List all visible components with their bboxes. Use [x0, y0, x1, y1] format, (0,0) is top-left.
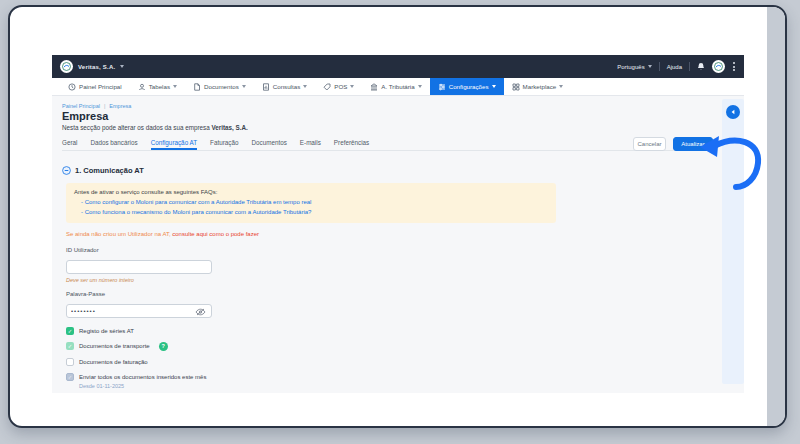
chevron-down-icon [492, 85, 496, 88]
id-utilizador-helper: Deve ser um número inteiro [66, 277, 702, 283]
checkbox-label: Documentos de transporte [79, 343, 150, 349]
tab-dados-bancarios[interactable]: Dados bancários [90, 139, 137, 150]
breadcrumb: Painel Principal | Empresa [62, 103, 131, 109]
arrow-left-icon [730, 109, 736, 115]
divider [659, 62, 660, 71]
checkbox-row-enviar-inseridos: ✓ Enviar todos os documentos inseridos e… [66, 373, 702, 381]
chevron-down-icon [418, 85, 422, 88]
marketplace-grid-icon [512, 83, 520, 91]
checkbox-row-doc-faturacao: Documentos de faturação [66, 358, 702, 366]
page-content: Painel Principal | Empresa Empresa Nesta… [52, 96, 744, 393]
warning-text: Se ainda não criou um Utilizador na AT, [66, 231, 172, 237]
subtitle-company-name: Veritas, S.A. [211, 124, 247, 131]
user-avatar[interactable] [712, 60, 725, 73]
authority-building-icon [370, 83, 378, 91]
cancel-button[interactable]: Cancelar [633, 137, 666, 151]
company-name: Veritas, S.A. [78, 64, 115, 70]
checkbox-row-doc-transporte: ✓ Documentos de transporte ? [66, 342, 702, 351]
tab-faturacao[interactable]: Faturação [210, 139, 238, 150]
chevron-down-icon [120, 65, 124, 68]
doc-transporte-checkbox[interactable]: ✓ [66, 342, 74, 350]
checkbox-label: Documentos de faturação [79, 359, 148, 365]
menu-item-consultas[interactable]: Consultas [254, 78, 316, 95]
page-title: Empresa [62, 110, 108, 122]
people-icon [138, 83, 146, 91]
chevron-down-icon [242, 85, 246, 88]
help-question-badge[interactable]: ? [159, 342, 168, 351]
id-utilizador-input[interactable] [66, 260, 212, 274]
menu-item-configuracoes[interactable]: Configurações [430, 78, 504, 95]
chevron-down-icon [559, 85, 563, 88]
clock-icon [68, 83, 76, 91]
kebab-menu-icon[interactable] [732, 61, 736, 72]
breadcrumb-empresa[interactable]: Empresa [109, 103, 131, 109]
toggle-password-visibility-icon[interactable] [195, 302, 206, 320]
notifications-bell-icon[interactable] [697, 62, 705, 71]
language-label: Português [617, 64, 644, 70]
tab-preferencias[interactable]: Preferências [334, 139, 369, 150]
browser-scrollbar[interactable] [767, 7, 785, 426]
main-menu: Painel Principal Tabelas Documentos Cons… [52, 78, 744, 96]
faq-link-mecanismo-moloni[interactable]: - Como funciona o mecanismo do Moloni pa… [74, 208, 548, 218]
faq-info-box: Antes de ativar o serviço consulte as se… [66, 183, 556, 223]
tab-geral[interactable]: Geral [62, 139, 77, 150]
palavra-passe-input[interactable] [66, 304, 212, 318]
enviar-inseridos-date: Desde 01-11-2025 [79, 383, 702, 389]
chevron-down-icon [303, 85, 307, 88]
language-selector[interactable]: Português [617, 64, 651, 70]
section-header[interactable]: 1. Comunicação AT [62, 166, 702, 175]
side-rail [722, 99, 744, 384]
company-logo [60, 60, 73, 73]
breadcrumb-separator: | [104, 103, 105, 109]
faq-intro: Antes de ativar o serviço consulte as se… [74, 189, 217, 195]
menu-item-documentos[interactable]: Documentos [185, 78, 254, 95]
collapse-minus-icon[interactable] [62, 166, 71, 175]
menu-item-a-tributaria[interactable]: A. Tributária [362, 78, 429, 95]
id-utilizador-label: ID Utilizador [66, 247, 702, 253]
page-subtitle: Nesta secção pode alterar os dados da su… [62, 124, 248, 131]
breadcrumb-painel-principal[interactable]: Painel Principal [62, 103, 100, 109]
update-button[interactable]: Atualizar [673, 137, 713, 151]
company-switcher[interactable]: Veritas, S.A. [60, 60, 124, 73]
pos-tag-icon [323, 83, 331, 91]
tab-emails[interactable]: E-mails [300, 139, 321, 150]
chevron-down-icon [648, 65, 652, 68]
sliders-icon [438, 83, 446, 91]
divider [689, 62, 690, 71]
checkbox-row-registo-series: ✓ Registo de séries AT [66, 327, 702, 335]
chevron-down-icon [173, 85, 177, 88]
enviar-inseridos-checkbox[interactable]: ✓ [66, 373, 74, 381]
menu-item-marketplace[interactable]: Marketplace [504, 78, 572, 95]
document-icon [193, 83, 201, 91]
chevron-down-icon [350, 85, 354, 88]
checkbox-label: Registo de séries AT [79, 328, 134, 334]
tab-configuracao-at[interactable]: Configuração AT [151, 139, 197, 150]
palavra-passe-label: Palavra-Passe [66, 291, 702, 297]
browser-window: Veritas, S.A. Português Ajuda [8, 5, 787, 428]
at-user-warning: Se ainda não criou um Utilizador na AT, … [66, 231, 702, 237]
collapse-panel-button[interactable] [726, 105, 740, 119]
menu-item-painel-principal[interactable]: Painel Principal [60, 78, 130, 95]
warning-link[interactable]: consulte aqui como o pode fazer [172, 231, 259, 237]
faq-link-configurar-moloni[interactable]: - Como configurar o Moloni para comunica… [74, 198, 548, 208]
report-chart-icon [262, 83, 270, 91]
help-link[interactable]: Ajuda [667, 64, 682, 70]
menu-item-pos[interactable]: POS [315, 78, 362, 95]
tab-documentos[interactable]: Documentos [251, 139, 286, 150]
doc-faturacao-checkbox[interactable] [66, 358, 74, 366]
checkbox-label: Enviar todos os documentos inseridos est… [79, 374, 206, 380]
top-navbar: Veritas, S.A. Português Ajuda [52, 55, 744, 78]
settings-tabs: Geral Dados bancários Configuração AT Fa… [62, 135, 712, 151]
registo-series-checkbox[interactable]: ✓ [66, 327, 74, 335]
menu-item-tabelas[interactable]: Tabelas [130, 78, 185, 95]
comunicacao-at-section: 1. Comunicação AT Antes de ativar o serv… [62, 166, 702, 393]
section-title: 1. Comunicação AT [75, 166, 144, 175]
